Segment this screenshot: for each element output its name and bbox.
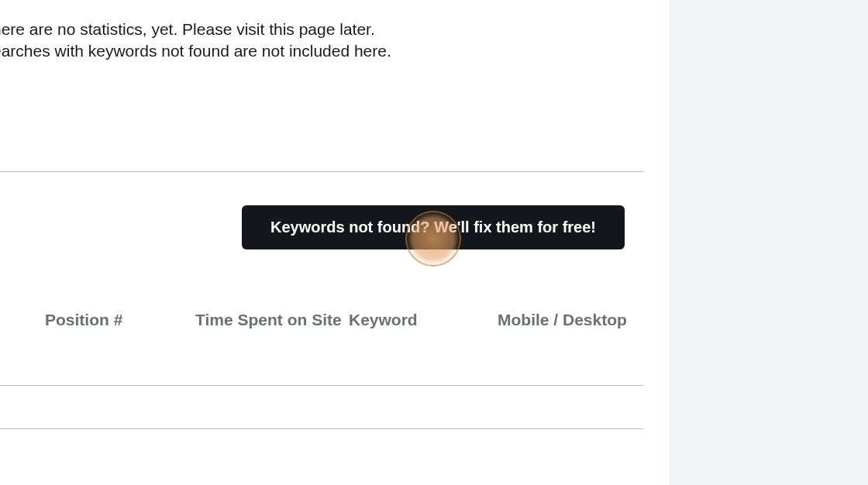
column-header-mobile-desktop: Mobile / Desktop — [498, 311, 627, 329]
info-line-2: earches with keywords not found are not … — [0, 40, 391, 62]
divider — [0, 385, 643, 386]
right-sidebar — [669, 0, 868, 485]
column-header-time-spent: Time Spent on Site — [195, 311, 342, 329]
column-header-keyword: Keyword — [349, 311, 418, 329]
divider — [0, 428, 643, 429]
info-message: here are no statistics, yet. Please visi… — [0, 19, 391, 63]
info-line-1: here are no statistics, yet. Please visi… — [0, 19, 391, 40]
cta-label: Keywords not found? We'll fix them for f… — [270, 218, 596, 236]
divider — [0, 171, 643, 172]
fix-keywords-button[interactable]: Keywords not found? We'll fix them for f… — [242, 205, 625, 249]
column-header-position: Position # — [45, 311, 122, 329]
main-content: here are no statistics, yet. Please visi… — [0, 0, 669, 485]
